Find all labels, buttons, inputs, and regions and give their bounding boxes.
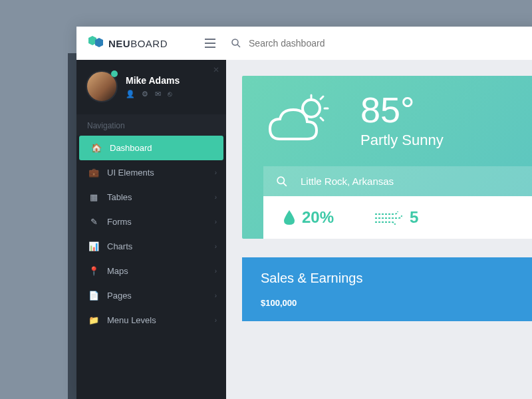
profile-name: Mike Adams xyxy=(126,75,180,86)
profile-actions: 👤 ⚙ ✉ ⎋ xyxy=(126,90,180,98)
main-content: 85° Partly Sunny Little Rock, Arkansas 2… xyxy=(226,60,532,399)
nav-section-label: Navigation xyxy=(76,114,226,136)
weather-card: 85° Partly Sunny Little Rock, Arkansas 2… xyxy=(242,76,532,239)
pin-icon: 📍 xyxy=(87,266,100,276)
nav-item-label: Pages xyxy=(107,291,132,301)
nav-item-label: Forms xyxy=(107,217,132,227)
close-icon[interactable]: ✕ xyxy=(213,65,219,74)
search-input[interactable] xyxy=(249,38,368,49)
user-icon[interactable]: 👤 xyxy=(126,90,135,98)
sidebar-item-pages[interactable]: 📄Pages› xyxy=(76,283,226,308)
sidebar: ✕ Mike Adams 👤 ⚙ ✉ ⎋ Navigation 🏠Dashboa… xyxy=(76,60,226,399)
briefcase-icon: 💼 xyxy=(87,168,100,178)
file-icon: 📄 xyxy=(87,291,100,301)
wind-stat: 5 xyxy=(374,208,418,227)
logo[interactable]: NEUBOARD xyxy=(88,36,168,51)
svg-line-6 xyxy=(237,45,240,47)
weather-stats: 20% 5 xyxy=(263,196,532,239)
svg-rect-4 xyxy=(205,47,215,48)
chevron-right-icon: › xyxy=(215,194,217,201)
nav-item-label: Dashboard xyxy=(110,143,152,153)
chevron-right-icon: › xyxy=(215,267,217,275)
droplet-icon xyxy=(283,210,295,225)
search-box xyxy=(231,38,368,49)
svg-point-5 xyxy=(232,39,238,45)
table-icon: ▦ xyxy=(87,192,100,202)
folder-icon: 📁 xyxy=(87,315,100,325)
avatar[interactable] xyxy=(86,70,118,102)
nav-item-label: Menu Levels xyxy=(107,315,156,325)
weather-condition: Partly Sunny xyxy=(360,132,444,149)
location-text: Little Rock, Arkansas xyxy=(301,176,394,187)
chevron-right-icon: › xyxy=(215,243,217,250)
wind-value: 5 xyxy=(410,208,418,227)
sales-title: Sales & Earnings xyxy=(261,271,516,286)
app-window: NEUBOARD ✕ Mike Adams 👤 ⚙ ✉ ⎋ xyxy=(76,27,532,399)
sidebar-item-maps[interactable]: 📍Maps› xyxy=(76,259,226,283)
location-input[interactable]: Little Rock, Arkansas xyxy=(263,166,532,196)
chevron-right-icon: › xyxy=(215,292,217,299)
gear-icon[interactable]: ⚙ xyxy=(142,90,148,98)
mail-icon[interactable]: ✉ xyxy=(155,90,161,98)
svg-line-11 xyxy=(321,118,323,120)
search-icon xyxy=(231,39,241,48)
edit-icon: ✎ xyxy=(87,217,100,227)
profile-block: Mike Adams 👤 ⚙ ✉ ⎋ xyxy=(76,60,226,114)
sidebar-item-tables[interactable]: ▦Tables› xyxy=(76,185,226,209)
sales-card: Sales & Earnings $100,000 xyxy=(242,257,532,321)
wind-icon xyxy=(374,210,403,225)
nav-item-label: Maps xyxy=(107,266,128,276)
temperature: 85° xyxy=(360,92,444,128)
sales-value: $100,000 xyxy=(261,298,516,308)
search-icon xyxy=(277,176,287,187)
chart-icon: 📊 xyxy=(87,241,100,251)
sidebar-item-forms[interactable]: ✎Forms› xyxy=(76,209,226,234)
sidebar-item-dashboard[interactable]: 🏠Dashboard xyxy=(79,136,223,160)
chevron-right-icon: › xyxy=(215,317,217,324)
svg-rect-2 xyxy=(205,39,215,40)
nav-list: 🏠Dashboard 💼UI Elements› ▦Tables› ✎Forms… xyxy=(76,136,226,332)
logo-icon xyxy=(88,36,104,51)
nav-item-label: Tables xyxy=(107,192,132,202)
humidity-value: 20% xyxy=(302,208,334,227)
hamburger-icon[interactable] xyxy=(205,39,215,48)
chevron-right-icon: › xyxy=(215,218,217,225)
humidity-stat: 20% xyxy=(283,208,334,227)
header: NEUBOARD xyxy=(76,27,532,60)
svg-rect-3 xyxy=(205,43,215,44)
logo-text: NEUBOARD xyxy=(108,38,168,49)
svg-line-13 xyxy=(283,183,287,186)
sidebar-item-charts[interactable]: 📊Charts› xyxy=(76,234,226,259)
chevron-right-icon: › xyxy=(215,169,217,176)
sidebar-item-ui-elements[interactable]: 💼UI Elements› xyxy=(76,160,226,185)
nav-item-label: Charts xyxy=(107,241,132,251)
svg-point-12 xyxy=(277,177,284,184)
logout-icon[interactable]: ⎋ xyxy=(168,90,172,98)
svg-marker-1 xyxy=(95,38,103,47)
home-icon: 🏠 xyxy=(90,143,103,153)
nav-item-label: UI Elements xyxy=(107,168,154,178)
svg-line-10 xyxy=(321,96,323,99)
sidebar-item-menu-levels[interactable]: 📁Menu Levels› xyxy=(76,308,226,332)
weather-icon xyxy=(263,94,336,147)
